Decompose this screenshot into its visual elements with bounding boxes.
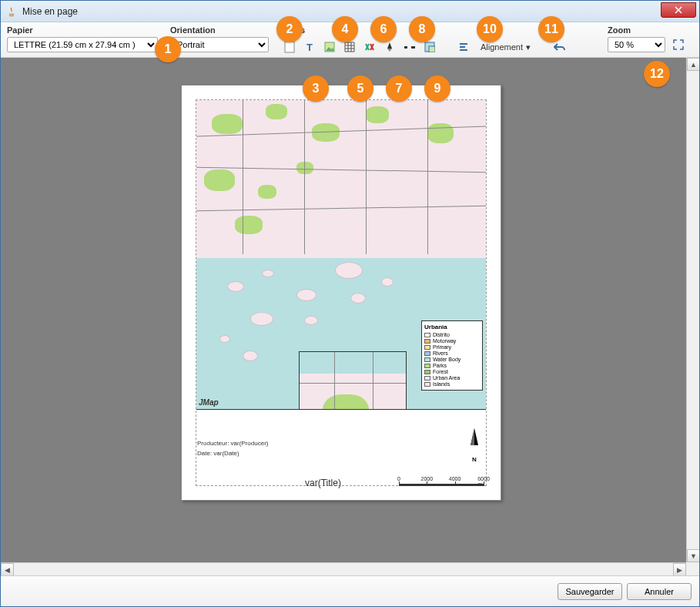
scroll-left-icon[interactable]: ◀	[1, 563, 14, 575]
orientation-group: Orientation Portrait	[170, 25, 269, 52]
callout-8: 8	[409, 16, 435, 42]
north-arrow[interactable]: N	[467, 428, 482, 463]
callout-12: 12	[644, 61, 670, 87]
legend-item: Rivers	[424, 350, 480, 356]
chevron-down-icon: ▾	[526, 42, 531, 52]
canvas-viewport[interactable]: JMap Urbania DistritoMotorwayPrimaryRive…	[1, 58, 699, 575]
main-map[interactable]: JMap Urbania DistritoMotorwayPrimaryRive…	[196, 100, 486, 410]
legend-item: Islands	[424, 381, 480, 387]
north-n: N	[467, 456, 482, 463]
title-variable[interactable]: var(Title)	[305, 478, 341, 488]
java-icon	[5, 5, 18, 18]
alignment-label: Alignement	[481, 42, 523, 52]
image-icon[interactable]	[321, 39, 338, 55]
zoom-group: Zoom 50 %	[608, 25, 685, 52]
legend-item: Urban Area	[424, 375, 480, 381]
horizontal-scrollbar[interactable]: ◀ ▶	[1, 562, 686, 575]
legend-title: Urbania	[424, 324, 480, 330]
zoom-label: Zoom	[608, 25, 685, 35]
producer-text: Producteur: var(Producer)	[197, 440, 268, 447]
legend-item: Parks	[424, 363, 480, 368]
callout-10: 10	[477, 16, 503, 42]
vertical-scrollbar[interactable]: ▲ ▼	[686, 58, 699, 562]
callout-9: 9	[424, 75, 450, 102]
callout-1: 1	[155, 36, 181, 62]
text-icon[interactable]: T	[301, 39, 318, 55]
scroll-down-icon[interactable]: ▼	[687, 549, 699, 562]
svg-point-3	[327, 45, 330, 47]
svg-rect-5	[407, 46, 411, 49]
orientation-select[interactable]: Portrait	[170, 37, 269, 52]
callout-11: 11	[538, 16, 564, 42]
scroll-up-icon[interactable]: ▲	[687, 58, 699, 71]
callout-2: 2	[276, 16, 303, 42]
legend-icon[interactable]	[361, 39, 378, 55]
jmap-logo: JMap	[199, 398, 219, 407]
svg-text:T: T	[306, 42, 313, 52]
inset-map[interactable]: JMap	[299, 351, 407, 410]
bottom-bar: Sauvegarder Annuler	[1, 575, 699, 606]
svg-rect-7	[429, 46, 435, 52]
legend-item: Forest	[424, 369, 480, 374]
fit-screen-icon[interactable]	[672, 38, 685, 52]
legend-item: Water Body	[424, 357, 480, 362]
date-text: Date: var(Date)	[197, 450, 268, 457]
scroll-corner	[686, 562, 699, 575]
callout-5: 5	[347, 75, 373, 102]
legend-item: Primary	[424, 344, 480, 350]
svg-rect-0	[285, 42, 294, 52]
callout-7: 7	[386, 75, 412, 102]
zoom-select[interactable]: 50 %	[608, 37, 665, 52]
close-button[interactable]	[661, 2, 696, 18]
save-button[interactable]: Sauvegarder	[558, 583, 622, 600]
legend-box[interactable]: Urbania DistritoMotorwayPrimaryRiversWat…	[421, 320, 483, 391]
scroll-right-icon[interactable]: ▶	[673, 563, 686, 575]
paper-label: Papier	[7, 25, 158, 35]
scalebar[interactable]: 0 2000 4000 6000 m	[399, 477, 484, 486]
page-layout-window: Mise en page Papier LETTRE (21.59 cm x 2…	[0, 0, 700, 607]
legend-item: Motorway	[424, 338, 480, 344]
window-title: Mise en page	[22, 6, 78, 17]
callout-4: 4	[332, 16, 358, 42]
paper-select[interactable]: LETTRE (21.59 cm x 27.94 cm )	[7, 37, 158, 52]
align-icon[interactable]	[455, 39, 472, 55]
meta-text: Producteur: var(Producer) Date: var(Date…	[197, 440, 268, 460]
print-page[interactable]: JMap Urbania DistritoMotorwayPrimaryRive…	[181, 85, 501, 501]
paper-group: Papier LETTRE (21.59 cm x 27.94 cm )	[7, 25, 158, 52]
orientation-label: Orientation	[170, 25, 269, 35]
legend-item: Distrito	[424, 332, 480, 337]
cancel-button[interactable]: Annuler	[627, 583, 692, 600]
callout-6: 6	[370, 16, 397, 42]
callout-3: 3	[303, 75, 329, 102]
